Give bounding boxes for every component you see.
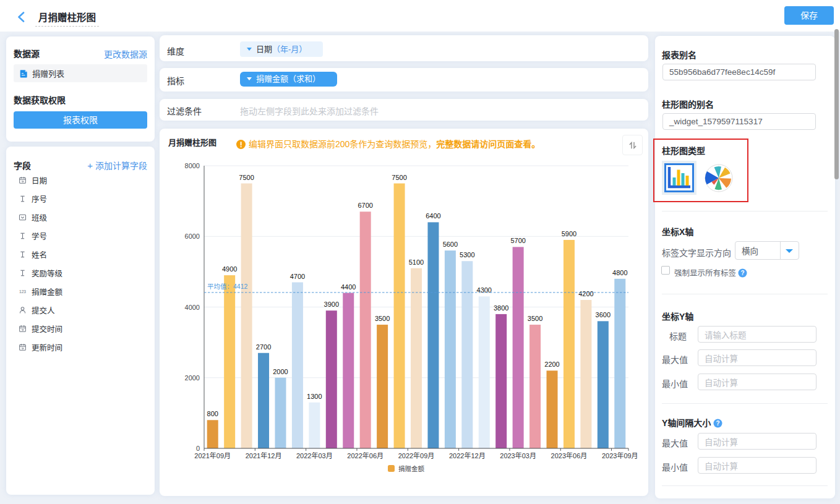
svg-text:1300: 1300 (307, 393, 322, 400)
svg-text:3800: 3800 (494, 304, 508, 312)
svg-text:5700: 5700 (510, 237, 525, 244)
svg-text:2700: 2700 (256, 343, 271, 351)
svg-text:4400: 4400 (341, 283, 356, 291)
svg-text:平均值：4412: 平均值：4412 (207, 283, 248, 290)
svg-text:5100: 5100 (409, 258, 424, 266)
svg-text:4200: 4200 (578, 290, 593, 297)
svg-text:4300: 4300 (477, 286, 492, 294)
svg-text:2022年12月: 2022年12月 (449, 451, 486, 459)
svg-text:捐赠金额: 捐赠金额 (398, 465, 424, 472)
svg-text:0: 0 (196, 445, 200, 452)
svg-text:800: 800 (207, 410, 218, 417)
svg-text:5300: 5300 (460, 251, 474, 258)
svg-text:2023年03月: 2023年03月 (500, 451, 536, 459)
svg-text:2000: 2000 (185, 374, 200, 382)
svg-text:?: ? (741, 270, 745, 276)
svg-text:2021年12月: 2021年12月 (246, 451, 282, 459)
svg-text:4900: 4900 (222, 265, 237, 273)
svg-text:2000: 2000 (273, 368, 288, 375)
svg-text:3900: 3900 (324, 301, 339, 308)
svg-text:8000: 8000 (185, 162, 200, 169)
svg-text:123: 123 (19, 289, 26, 294)
svg-text:2022年09月: 2022年09月 (398, 451, 435, 459)
svg-text:2022年03月: 2022年03月 (296, 451, 333, 459)
svg-text:6000: 6000 (185, 233, 200, 240)
svg-text:4700: 4700 (290, 273, 305, 280)
svg-text:5600: 5600 (443, 241, 458, 248)
svg-text:3500: 3500 (375, 315, 390, 322)
svg-text:3600: 3600 (596, 311, 611, 318)
svg-text:6700: 6700 (358, 202, 372, 209)
svg-text:2200: 2200 (544, 361, 559, 368)
svg-text:4000: 4000 (185, 304, 200, 311)
svg-text:2021年09月: 2021年09月 (194, 451, 231, 459)
svg-text:4800: 4800 (612, 269, 627, 276)
svg-text:?: ? (716, 420, 720, 427)
svg-text:7500: 7500 (239, 174, 254, 181)
svg-text:6400: 6400 (426, 212, 440, 220)
svg-text:7500: 7500 (392, 174, 406, 181)
svg-text:2023年06月: 2023年06月 (551, 451, 588, 459)
svg-text:2023年09月: 2023年09月 (602, 451, 638, 459)
svg-text:3500: 3500 (528, 315, 542, 322)
svg-text:5900: 5900 (562, 230, 576, 237)
svg-text:2022年06月: 2022年06月 (347, 451, 384, 459)
